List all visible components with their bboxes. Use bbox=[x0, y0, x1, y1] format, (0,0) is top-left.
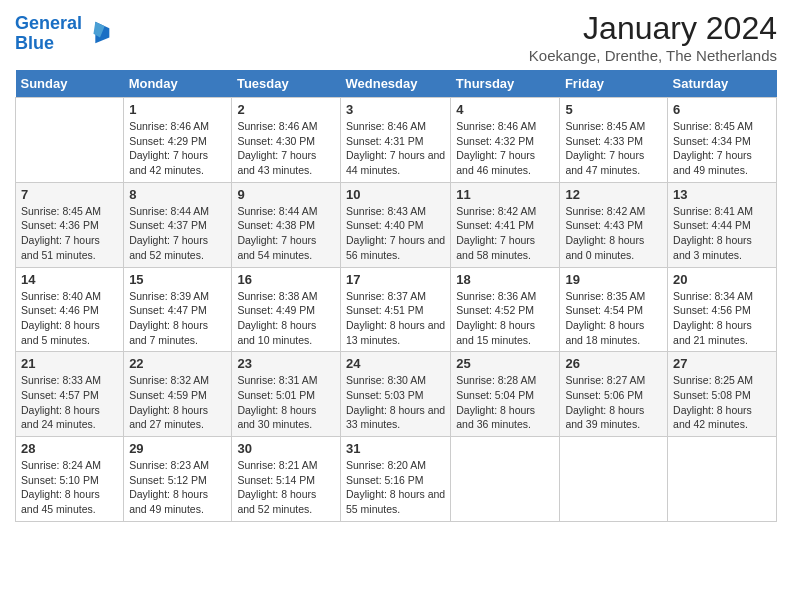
calendar-cell: 15Sunrise: 8:39 AM Sunset: 4:47 PM Dayli… bbox=[124, 267, 232, 352]
logo-text: General bbox=[15, 14, 82, 34]
calendar-cell: 7Sunrise: 8:45 AM Sunset: 4:36 PM Daylig… bbox=[16, 182, 124, 267]
day-number: 4 bbox=[456, 102, 554, 117]
calendar-row: 14Sunrise: 8:40 AM Sunset: 4:46 PM Dayli… bbox=[16, 267, 777, 352]
day-info: Sunrise: 8:21 AM Sunset: 5:14 PM Dayligh… bbox=[237, 458, 335, 517]
day-number: 23 bbox=[237, 356, 335, 371]
header-day: Tuesday bbox=[232, 70, 341, 98]
day-number: 26 bbox=[565, 356, 662, 371]
calendar-cell: 5Sunrise: 8:45 AM Sunset: 4:33 PM Daylig… bbox=[560, 98, 668, 183]
day-info: Sunrise: 8:39 AM Sunset: 4:47 PM Dayligh… bbox=[129, 289, 226, 348]
day-info: Sunrise: 8:23 AM Sunset: 5:12 PM Dayligh… bbox=[129, 458, 226, 517]
day-info: Sunrise: 8:46 AM Sunset: 4:32 PM Dayligh… bbox=[456, 119, 554, 178]
calendar-row: 28Sunrise: 8:24 AM Sunset: 5:10 PM Dayli… bbox=[16, 437, 777, 522]
day-number: 7 bbox=[21, 187, 118, 202]
calendar-cell bbox=[560, 437, 668, 522]
calendar-cell: 13Sunrise: 8:41 AM Sunset: 4:44 PM Dayli… bbox=[668, 182, 777, 267]
day-info: Sunrise: 8:25 AM Sunset: 5:08 PM Dayligh… bbox=[673, 373, 771, 432]
day-number: 8 bbox=[129, 187, 226, 202]
calendar-cell bbox=[16, 98, 124, 183]
day-number: 28 bbox=[21, 441, 118, 456]
calendar-cell: 26Sunrise: 8:27 AM Sunset: 5:06 PM Dayli… bbox=[560, 352, 668, 437]
calendar-cell: 2Sunrise: 8:46 AM Sunset: 4:30 PM Daylig… bbox=[232, 98, 341, 183]
day-number: 15 bbox=[129, 272, 226, 287]
day-number: 11 bbox=[456, 187, 554, 202]
calendar-cell: 20Sunrise: 8:34 AM Sunset: 4:56 PM Dayli… bbox=[668, 267, 777, 352]
day-number: 9 bbox=[237, 187, 335, 202]
day-number: 17 bbox=[346, 272, 445, 287]
day-info: Sunrise: 8:31 AM Sunset: 5:01 PM Dayligh… bbox=[237, 373, 335, 432]
day-info: Sunrise: 8:32 AM Sunset: 4:59 PM Dayligh… bbox=[129, 373, 226, 432]
calendar-cell: 6Sunrise: 8:45 AM Sunset: 4:34 PM Daylig… bbox=[668, 98, 777, 183]
calendar-cell: 17Sunrise: 8:37 AM Sunset: 4:51 PM Dayli… bbox=[340, 267, 450, 352]
calendar-row: 1Sunrise: 8:46 AM Sunset: 4:29 PM Daylig… bbox=[16, 98, 777, 183]
day-number: 6 bbox=[673, 102, 771, 117]
header-day: Monday bbox=[124, 70, 232, 98]
calendar-cell: 19Sunrise: 8:35 AM Sunset: 4:54 PM Dayli… bbox=[560, 267, 668, 352]
logo-text2: Blue bbox=[15, 34, 82, 54]
calendar-cell: 22Sunrise: 8:32 AM Sunset: 4:59 PM Dayli… bbox=[124, 352, 232, 437]
calendar-cell: 16Sunrise: 8:38 AM Sunset: 4:49 PM Dayli… bbox=[232, 267, 341, 352]
logo-icon bbox=[86, 17, 114, 45]
logo: General Blue bbox=[15, 14, 114, 54]
calendar-cell: 1Sunrise: 8:46 AM Sunset: 4:29 PM Daylig… bbox=[124, 98, 232, 183]
day-number: 29 bbox=[129, 441, 226, 456]
calendar-cell: 24Sunrise: 8:30 AM Sunset: 5:03 PM Dayli… bbox=[340, 352, 450, 437]
calendar-cell: 29Sunrise: 8:23 AM Sunset: 5:12 PM Dayli… bbox=[124, 437, 232, 522]
calendar-cell: 3Sunrise: 8:46 AM Sunset: 4:31 PM Daylig… bbox=[340, 98, 450, 183]
day-number: 16 bbox=[237, 272, 335, 287]
day-info: Sunrise: 8:20 AM Sunset: 5:16 PM Dayligh… bbox=[346, 458, 445, 517]
day-number: 10 bbox=[346, 187, 445, 202]
day-info: Sunrise: 8:44 AM Sunset: 4:38 PM Dayligh… bbox=[237, 204, 335, 263]
calendar-cell: 27Sunrise: 8:25 AM Sunset: 5:08 PM Dayli… bbox=[668, 352, 777, 437]
day-number: 24 bbox=[346, 356, 445, 371]
calendar-table: SundayMondayTuesdayWednesdayThursdayFrid… bbox=[15, 70, 777, 522]
day-number: 1 bbox=[129, 102, 226, 117]
day-number: 13 bbox=[673, 187, 771, 202]
header-day: Thursday bbox=[451, 70, 560, 98]
day-info: Sunrise: 8:35 AM Sunset: 4:54 PM Dayligh… bbox=[565, 289, 662, 348]
day-info: Sunrise: 8:28 AM Sunset: 5:04 PM Dayligh… bbox=[456, 373, 554, 432]
day-number: 20 bbox=[673, 272, 771, 287]
day-info: Sunrise: 8:46 AM Sunset: 4:31 PM Dayligh… bbox=[346, 119, 445, 178]
calendar-cell: 8Sunrise: 8:44 AM Sunset: 4:37 PM Daylig… bbox=[124, 182, 232, 267]
day-number: 31 bbox=[346, 441, 445, 456]
calendar-cell: 23Sunrise: 8:31 AM Sunset: 5:01 PM Dayli… bbox=[232, 352, 341, 437]
day-info: Sunrise: 8:45 AM Sunset: 4:33 PM Dayligh… bbox=[565, 119, 662, 178]
calendar-cell: 12Sunrise: 8:42 AM Sunset: 4:43 PM Dayli… bbox=[560, 182, 668, 267]
day-info: Sunrise: 8:27 AM Sunset: 5:06 PM Dayligh… bbox=[565, 373, 662, 432]
calendar-cell: 4Sunrise: 8:46 AM Sunset: 4:32 PM Daylig… bbox=[451, 98, 560, 183]
day-info: Sunrise: 8:46 AM Sunset: 4:30 PM Dayligh… bbox=[237, 119, 335, 178]
day-info: Sunrise: 8:46 AM Sunset: 4:29 PM Dayligh… bbox=[129, 119, 226, 178]
day-info: Sunrise: 8:43 AM Sunset: 4:40 PM Dayligh… bbox=[346, 204, 445, 263]
calendar-cell: 30Sunrise: 8:21 AM Sunset: 5:14 PM Dayli… bbox=[232, 437, 341, 522]
calendar-cell: 25Sunrise: 8:28 AM Sunset: 5:04 PM Dayli… bbox=[451, 352, 560, 437]
calendar-cell: 11Sunrise: 8:42 AM Sunset: 4:41 PM Dayli… bbox=[451, 182, 560, 267]
header-day: Sunday bbox=[16, 70, 124, 98]
day-info: Sunrise: 8:30 AM Sunset: 5:03 PM Dayligh… bbox=[346, 373, 445, 432]
calendar-cell: 18Sunrise: 8:36 AM Sunset: 4:52 PM Dayli… bbox=[451, 267, 560, 352]
day-number: 5 bbox=[565, 102, 662, 117]
calendar-cell: 10Sunrise: 8:43 AM Sunset: 4:40 PM Dayli… bbox=[340, 182, 450, 267]
calendar-row: 21Sunrise: 8:33 AM Sunset: 4:57 PM Dayli… bbox=[16, 352, 777, 437]
header: General Blue January 2024 Koekange, Dren… bbox=[15, 10, 777, 64]
page-subtitle: Koekange, Drenthe, The Netherlands bbox=[529, 47, 777, 64]
day-number: 19 bbox=[565, 272, 662, 287]
day-info: Sunrise: 8:36 AM Sunset: 4:52 PM Dayligh… bbox=[456, 289, 554, 348]
calendar-cell: 31Sunrise: 8:20 AM Sunset: 5:16 PM Dayli… bbox=[340, 437, 450, 522]
day-info: Sunrise: 8:40 AM Sunset: 4:46 PM Dayligh… bbox=[21, 289, 118, 348]
day-number: 2 bbox=[237, 102, 335, 117]
day-info: Sunrise: 8:41 AM Sunset: 4:44 PM Dayligh… bbox=[673, 204, 771, 263]
day-number: 25 bbox=[456, 356, 554, 371]
day-info: Sunrise: 8:33 AM Sunset: 4:57 PM Dayligh… bbox=[21, 373, 118, 432]
calendar-cell bbox=[451, 437, 560, 522]
title-area: January 2024 Koekange, Drenthe, The Neth… bbox=[529, 10, 777, 64]
day-number: 22 bbox=[129, 356, 226, 371]
calendar-cell bbox=[668, 437, 777, 522]
day-number: 21 bbox=[21, 356, 118, 371]
calendar-cell: 21Sunrise: 8:33 AM Sunset: 4:57 PM Dayli… bbox=[16, 352, 124, 437]
day-number: 27 bbox=[673, 356, 771, 371]
day-info: Sunrise: 8:45 AM Sunset: 4:34 PM Dayligh… bbox=[673, 119, 771, 178]
day-number: 30 bbox=[237, 441, 335, 456]
header-row: SundayMondayTuesdayWednesdayThursdayFrid… bbox=[16, 70, 777, 98]
day-info: Sunrise: 8:38 AM Sunset: 4:49 PM Dayligh… bbox=[237, 289, 335, 348]
